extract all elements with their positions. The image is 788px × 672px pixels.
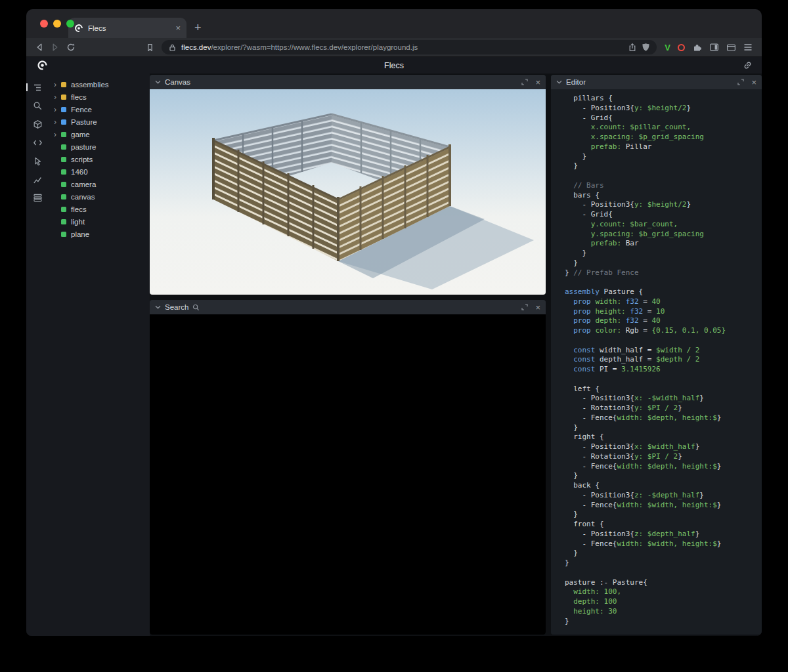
chevron-down-icon[interactable] — [556, 80, 562, 84]
code-line[interactable]: back { — [565, 481, 762, 491]
code-line[interactable]: y.count: $bar_count, — [565, 220, 762, 230]
canvas-3d-viewport[interactable] — [150, 89, 546, 295]
code-line[interactable]: } — [565, 152, 762, 162]
code-line[interactable]: - Fence{width: $width, height:$} — [565, 501, 762, 511]
code-line[interactable]: x.spacing: $p_grid_spacing — [565, 133, 762, 142]
search-icon[interactable] — [32, 100, 43, 112]
canvas-panel-header[interactable]: Canvas × — [150, 75, 546, 89]
code-line[interactable]: // Bars — [565, 181, 762, 191]
search-panel-header[interactable]: Search × — [150, 300, 546, 314]
tree-item-canvas[interactable]: canvas — [49, 190, 150, 203]
code-line[interactable] — [565, 278, 762, 287]
code-line[interactable]: height: 30 — [565, 607, 762, 617]
code-line[interactable]: right { — [565, 432, 762, 442]
extensions-puzzle-icon[interactable] — [692, 43, 702, 52]
tree-item-plane[interactable]: plane — [49, 228, 150, 240]
expand-arrow-icon[interactable]: › — [54, 106, 61, 114]
code-line[interactable]: - Position3{y: $height/2} — [565, 200, 762, 210]
address-bar[interactable]: flecs.dev/explorer/?wasm=https://www.fle… — [162, 40, 657, 54]
back-button[interactable] — [32, 40, 47, 54]
code-line[interactable]: assembly Pasture { — [565, 287, 762, 297]
code-line[interactable]: - Fence{width: $depth, height:$} — [565, 413, 762, 423]
expand-arrow-icon[interactable]: › — [54, 131, 61, 138]
code-line[interactable] — [565, 568, 762, 578]
tab-close-icon[interactable]: × — [175, 24, 181, 32]
code-line[interactable]: } // Prefab Fence — [565, 268, 762, 278]
tree-item-pasture[interactable]: pasture — [49, 140, 150, 153]
code-line[interactable]: - Grid{ — [565, 210, 762, 220]
expand-icon[interactable] — [737, 79, 744, 85]
expand-arrow-icon[interactable]: › — [54, 93, 61, 101]
code-line[interactable]: const width_half = $width / 2 — [565, 346, 762, 356]
code-line[interactable]: - Position3{x: -$width_half} — [565, 394, 762, 404]
inspect-icon[interactable] — [32, 156, 43, 167]
forward-button[interactable] — [47, 40, 63, 54]
code-line[interactable]: left { — [565, 385, 762, 394]
code-line[interactable]: const PI = 3.1415926 — [565, 365, 762, 375]
expand-arrow-icon[interactable]: › — [54, 118, 61, 126]
code-line[interactable]: pasture :- Pasture{ — [565, 578, 762, 588]
code-line[interactable] — [565, 336, 762, 346]
wallet-icon[interactable] — [726, 43, 736, 52]
close-icon[interactable]: × — [751, 78, 756, 87]
browser-tab[interactable]: Flecs × — [68, 18, 186, 38]
brave-shield-icon[interactable] — [642, 43, 650, 52]
code-line[interactable]: bars { — [565, 191, 762, 201]
code-line[interactable]: front { — [565, 520, 762, 530]
tree-item-camera[interactable]: camera — [49, 178, 150, 190]
code-line[interactable]: } — [565, 617, 762, 627]
code-line[interactable] — [565, 171, 762, 181]
chevron-down-icon[interactable] — [155, 305, 161, 309]
close-icon[interactable]: × — [535, 78, 540, 87]
code-line[interactable]: width: 100, — [565, 587, 762, 597]
tree-item-game[interactable]: ›game — [49, 128, 150, 140]
code-line[interactable]: - Fence{width: $depth, height:$} — [565, 462, 762, 472]
code-line[interactable]: y.spacing: $b_grid_spacing — [565, 230, 762, 240]
bookmark-icon[interactable] — [142, 40, 158, 54]
tree-item-1460[interactable]: 1460 — [49, 165, 150, 178]
stats-icon[interactable] — [32, 174, 43, 185]
code-line[interactable]: } — [565, 471, 762, 481]
code-line[interactable]: } — [565, 558, 762, 568]
close-window-button[interactable] — [40, 20, 48, 28]
code-line[interactable]: } — [565, 249, 762, 259]
code-line[interactable]: - Fence{width: $width, height:$} — [565, 539, 762, 549]
share-link-icon[interactable] — [743, 60, 753, 70]
code-line[interactable]: depth: 100 — [565, 597, 762, 607]
tree-item-flecs[interactable]: flecs — [49, 203, 150, 215]
sidebar-toggle-icon[interactable] — [709, 43, 719, 52]
code-line[interactable]: } — [565, 549, 762, 558]
code-line[interactable]: } — [565, 161, 762, 171]
code-line[interactable]: } — [565, 423, 762, 433]
share-icon[interactable] — [628, 43, 637, 52]
code-line[interactable]: pillars { — [565, 94, 762, 104]
code-icon[interactable] — [32, 137, 43, 148]
minimize-window-button[interactable] — [53, 20, 61, 28]
tree-item-Fence[interactable]: ›Fence — [49, 103, 150, 116]
code-line[interactable]: } — [565, 259, 762, 268]
rewards-icon[interactable] — [678, 44, 685, 51]
code-line[interactable]: x.count: $pillar_count, — [565, 123, 762, 133]
new-tab-button[interactable]: + — [194, 22, 202, 33]
code-line[interactable]: prefab: Pillar — [565, 142, 762, 152]
code-line[interactable]: prefab: Bar — [565, 239, 762, 249]
tree-item-flecs[interactable]: ›flecs — [49, 91, 150, 103]
maximize-window-button[interactable] — [66, 20, 74, 28]
entities-icon[interactable] — [32, 119, 43, 130]
editor-panel-header[interactable]: Editor × — [551, 75, 762, 89]
code-line[interactable]: - Rotation3{y: $PI / 2} — [565, 452, 762, 462]
code-line[interactable]: - Position3{z: -$depth_half} — [565, 491, 762, 501]
outline-icon[interactable] — [32, 82, 43, 93]
code-line[interactable]: - Position3{x: $width_half} — [565, 442, 762, 452]
code-line[interactable]: const depth_half = $depth / 2 — [565, 355, 762, 365]
code-line[interactable]: - Rotation3{y: $PI / 2} — [565, 404, 762, 413]
expand-arrow-icon[interactable]: › — [54, 81, 61, 89]
code-line[interactable]: prop width: f32 = 40 — [565, 297, 762, 307]
menu-icon[interactable] — [743, 43, 753, 51]
code-line[interactable]: prop color: Rgb = {0.15, 0.1, 0.05} — [565, 326, 762, 336]
memory-icon[interactable] — [32, 192, 43, 203]
code-area[interactable]: pillars { - Position3{y: $height/2} - Gr… — [551, 89, 762, 635]
code-line[interactable]: - Position3{z: $depth_half} — [565, 530, 762, 539]
tree-item-assemblies[interactable]: ›assemblies — [49, 78, 150, 91]
expand-icon[interactable] — [521, 304, 528, 310]
